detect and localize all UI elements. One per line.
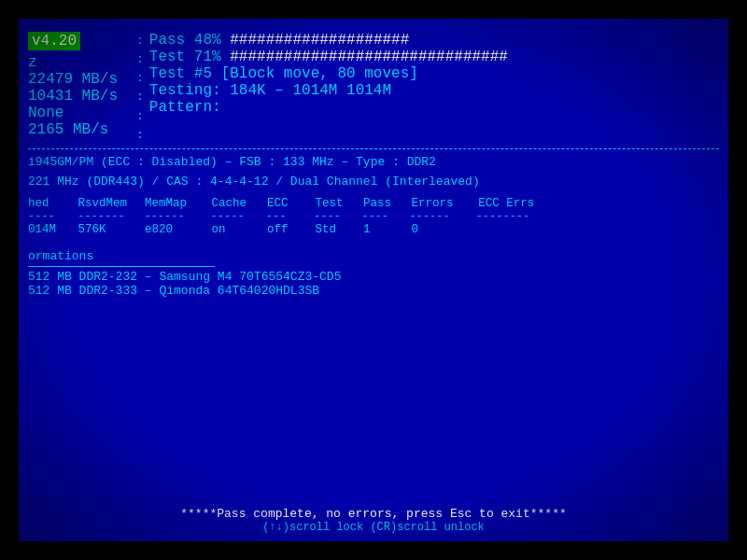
left-line5: 2165 MB/s bbox=[28, 121, 108, 138]
slot-divider bbox=[28, 266, 215, 267]
col-test: Test bbox=[316, 197, 357, 210]
left-line3: 10431 MB/s bbox=[28, 88, 118, 105]
test-pct-line: Test 71% ############################### bbox=[149, 49, 719, 65]
separator-col: :::::: bbox=[131, 32, 149, 145]
left-line2: 22479 MB/s bbox=[28, 71, 118, 88]
pass-line: Pass 48% #################### bbox=[149, 32, 719, 49]
testing-line: Testing: 184K – 1014M 1014M bbox=[149, 82, 719, 99]
cell-hed: 014M bbox=[28, 223, 71, 236]
spacer1 bbox=[28, 236, 719, 249]
cell-cache: on bbox=[212, 223, 261, 236]
slot-line2: 512 MB DDR2-333 – Qimonda 64T64020HDL3SB bbox=[28, 284, 719, 298]
divider1 bbox=[28, 148, 719, 149]
progress-col: Pass 48% #################### Test 71% #… bbox=[149, 32, 719, 145]
cell-memmap: e820 bbox=[145, 223, 204, 236]
col-ecc-errs: ECC Errs bbox=[478, 197, 538, 210]
pattern-line: Pattern: bbox=[149, 99, 719, 116]
table-header-row: hed RsvdMem MemMap Cache ECC Test Pass E… bbox=[28, 197, 719, 210]
version-badge: v4.20 bbox=[28, 32, 80, 50]
col-hed: hed bbox=[28, 197, 71, 210]
version-col: v4.20 z 22479 MB/s 10431 MB/s None 2165 … bbox=[28, 32, 131, 145]
col-errors: Errors bbox=[412, 197, 472, 210]
left-line1: z bbox=[28, 54, 37, 71]
memtest-screen: v4.20 z 22479 MB/s 10431 MB/s None 2165 … bbox=[19, 19, 728, 541]
sys-line2: 221 MHz (DDR443) / CAS : 4-4-4-12 / Dual… bbox=[28, 173, 719, 192]
col-pass: Pass bbox=[363, 197, 404, 210]
slot-info-section: ormations 512 MB DDR2-232 – Samsung M4 7… bbox=[28, 249, 719, 298]
cell-ecc: off bbox=[267, 223, 308, 236]
screen-outer: v4.20 z 22479 MB/s 10431 MB/s None 2165 … bbox=[0, 0, 747, 560]
table-row: 014M 576K e820 on off Std 1 0 bbox=[28, 223, 719, 236]
col-rsvdmem: RsvdMem bbox=[78, 197, 138, 210]
slot-title: ormations bbox=[28, 249, 719, 263]
cell-errors: 0 bbox=[412, 223, 472, 236]
col-ecc: ECC bbox=[267, 197, 308, 210]
pass-complete-msg: *****Pass complete, no errors, press Esc… bbox=[19, 507, 728, 521]
cell-rsvdmem: 576K bbox=[78, 223, 138, 236]
cell-pass: 1 bbox=[363, 223, 404, 236]
scroll-hint-msg: (↑↓)scroll lock (CR)scroll unlock bbox=[19, 521, 728, 534]
col-cache: Cache bbox=[212, 197, 261, 210]
table-divider: ---- ------- ------ ----- --- ---- ---- … bbox=[28, 210, 719, 223]
sys-line1: i945GM/PM (ECC : Disabled) – FSB : 133 M… bbox=[28, 153, 719, 173]
test-num-line: Test #5 [Block move, 80 moves] bbox=[149, 65, 719, 82]
slot-line1: 512 MB DDR2-232 – Samsung M4 70T6554CZ3-… bbox=[28, 270, 719, 284]
system-info: i945GM/PM (ECC : Disabled) – FSB : 133 M… bbox=[28, 153, 719, 192]
memory-table: hed RsvdMem MemMap Cache ECC Test Pass E… bbox=[28, 197, 719, 236]
left-line4: None bbox=[28, 105, 63, 121]
header-section: v4.20 z 22479 MB/s 10431 MB/s None 2165 … bbox=[28, 32, 719, 145]
col-memmap: MemMap bbox=[145, 197, 204, 210]
cell-test: Std bbox=[316, 223, 357, 236]
